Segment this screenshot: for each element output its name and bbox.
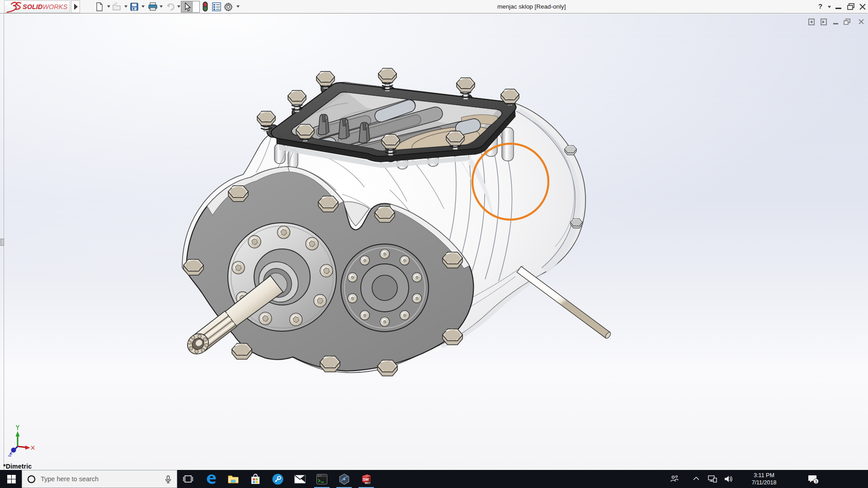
svg-text:2017: 2017 (365, 482, 370, 484)
svg-text:SOLIDWORKS: SOLIDWORKS (23, 3, 67, 10)
svg-text:SW: SW (363, 477, 369, 482)
svg-text:3: 3 (815, 479, 817, 484)
svg-text:C:\: C:\ (318, 475, 321, 477)
